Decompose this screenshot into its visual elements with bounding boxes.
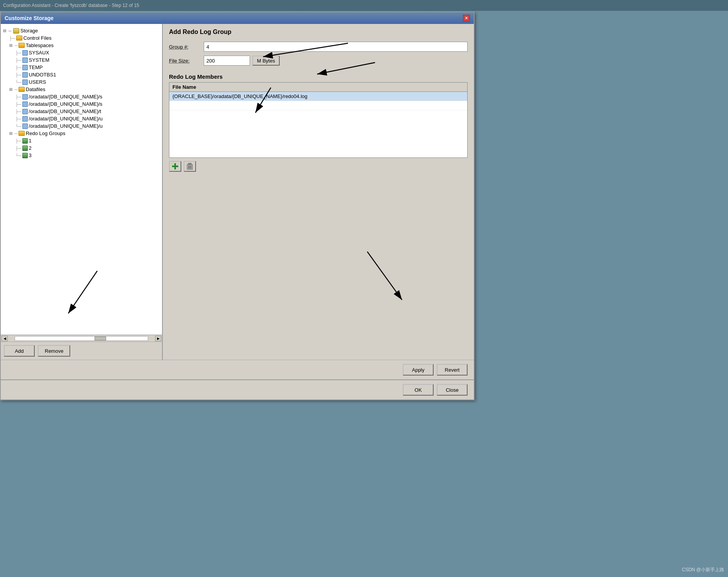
df2-label: /oradata/{DB_UNIQUE_NAME}/s: [29, 101, 103, 107]
left-panel: ⊟ ─ Storage ├─ Control Files ⊟ ─ Tablesp…: [1, 24, 163, 360]
tree-dash: ─: [8, 29, 12, 33]
tree-item-system[interactable]: ├─ SYSTEM: [2, 56, 160, 64]
tree-item-users[interactable]: └─ USERS: [2, 78, 160, 86]
watermark: CSDN @小新手上路: [682, 567, 724, 573]
connector-users: └─: [15, 80, 22, 85]
tree-item-temp[interactable]: ├─ TEMP: [2, 64, 160, 71]
rlg3-label: 3: [29, 152, 32, 158]
title-bar-text: Configuration Assistant - Create 'fyszcd…: [3, 3, 139, 8]
rlg2-icon: [22, 146, 28, 151]
storage-label: Storage: [20, 28, 38, 34]
control-files-label: Control Files: [24, 35, 52, 41]
df2-icon: [22, 102, 28, 107]
svg-rect-4: [188, 163, 191, 164]
revert-button[interactable]: Revert: [437, 364, 468, 376]
expand-redo: ⊟: [9, 131, 15, 135]
undotbs1-label: UNDOTBS1: [29, 72, 56, 78]
df5-label: /oradata/{DB_UNIQUE_NAME}/u: [29, 123, 103, 129]
connector-temp: ├─: [15, 65, 22, 70]
connector-sysaux: ├─: [15, 51, 22, 55]
member-row-0[interactable]: {ORACLE_BASE}/oradata/{DB_UNIQUE_NAME}/r…: [169, 92, 467, 101]
connector-ts: ─: [15, 43, 18, 48]
dialog-close-button[interactable]: ×: [463, 15, 470, 22]
connector-df2: ├─: [15, 102, 22, 107]
tree-item-df5[interactable]: └─ /oradata/{DB_UNIQUE_NAME}/u: [2, 122, 160, 130]
tree-item-rlg1[interactable]: ├─ 1: [2, 137, 160, 144]
tree-scrollbar[interactable]: ◀ ▶: [1, 335, 162, 342]
group-row: Group #:: [169, 42, 468, 52]
connector-df4: ├─: [15, 117, 22, 121]
tree-item-df2[interactable]: ├─ /oradata/{DB_UNIQUE_NAME}/s: [2, 100, 160, 108]
storage-icon: [13, 28, 19, 34]
dialog-title: Customize Storage: [5, 15, 54, 21]
tree-item-undotbs1[interactable]: ├─ UNDOTBS1: [2, 71, 160, 78]
connector-df: ─: [15, 87, 18, 92]
tree-item-rlg2[interactable]: ├─ 2: [2, 144, 160, 152]
redo-members-title: Redo Log Members: [169, 73, 468, 80]
connector-df1: ├─: [15, 95, 22, 99]
title-bar: Configuration Assistant - Create 'fyszcd…: [0, 0, 728, 11]
tree-item-control-files[interactable]: ├─ Control Files: [2, 34, 160, 42]
system-label: SYSTEM: [29, 57, 49, 63]
control-files-icon: [16, 36, 22, 41]
rlg3-icon: [22, 153, 28, 158]
tree-item-df1[interactable]: ├─ /oradata/{DB_UNIQUE_NAME}/s: [2, 93, 160, 100]
file-size-input[interactable]: [204, 56, 250, 66]
df5-icon: [22, 124, 28, 129]
redo-groups-label: Redo Log Groups: [26, 130, 66, 136]
add-button[interactable]: Add: [4, 345, 35, 357]
tree-item-df4[interactable]: ├─ /oradata/{DB_UNIQUE_NAME}/u: [2, 115, 160, 122]
apply-button[interactable]: Apply: [403, 364, 434, 376]
tree-item-rlg3[interactable]: └─ 3: [2, 152, 160, 159]
connector-undotbs1: ├─: [15, 73, 22, 77]
tree-item-tablespaces[interactable]: ⊟ ─ Tablespaces: [2, 42, 160, 49]
temp-label: TEMP: [29, 64, 43, 70]
scrollbar-track[interactable]: [15, 336, 148, 341]
temp-icon: [22, 65, 28, 70]
ok-button[interactable]: OK: [403, 384, 434, 396]
file-name-header: File Name: [169, 83, 467, 92]
redo-members-section: Redo Log Members File Name {ORACLE_BASE}…: [169, 73, 468, 172]
close-button[interactable]: Close: [437, 384, 468, 396]
tree-item-datafiles[interactable]: ⊟ ─ Datafiles: [2, 86, 160, 93]
connector-system: ├─: [15, 58, 22, 63]
add-member-button[interactable]: [169, 161, 181, 172]
dialog-body: ⊟ ─ Storage ├─ Control Files ⊟ ─ Tablesp…: [1, 24, 474, 360]
member-row-1[interactable]: [169, 101, 467, 110]
tree-item-df3[interactable]: ├─ /oradata/{DB_UNIQUE_NAME}/t: [2, 108, 160, 115]
svg-rect-2: [171, 162, 174, 166]
df1-icon: [22, 94, 28, 100]
tree-area: ⊟ ─ Storage ├─ Control Files ⊟ ─ Tablesp…: [1, 24, 162, 335]
expand-tablespaces: ⊟: [9, 43, 15, 47]
left-panel-buttons: Add Remove: [1, 342, 162, 360]
group-input[interactable]: [204, 42, 468, 52]
system-icon: [22, 58, 28, 63]
df3-icon: [22, 109, 28, 114]
connector-rlg2: ├─: [15, 146, 22, 151]
rlg1-label: 1: [29, 138, 32, 144]
tree-item-storage[interactable]: ⊟ ─ Storage: [2, 27, 160, 34]
expand-storage: ⊟: [3, 29, 8, 33]
delete-member-button[interactable]: [184, 161, 196, 172]
df4-label: /oradata/{DB_UNIQUE_NAME}/u: [29, 116, 103, 122]
datafiles-label: Datafiles: [26, 86, 46, 92]
sysaux-icon: [22, 50, 28, 56]
scrollbar-right-arrow[interactable]: ▶: [155, 336, 161, 341]
members-actions: [169, 161, 468, 172]
sysaux-label: SYSAUX: [29, 50, 49, 56]
remove-button[interactable]: Remove: [38, 345, 70, 357]
tree-item-sysaux[interactable]: ├─ SYSAUX: [2, 49, 160, 56]
section-title: Add Redo Log Group: [169, 29, 468, 37]
expand-datafiles: ⊟: [9, 87, 15, 91]
tablespaces-label: Tablespaces: [26, 42, 54, 48]
scrollbar-left-arrow[interactable]: ◀: [2, 336, 8, 341]
df3-label: /oradata/{DB_UNIQUE_NAME}/t: [29, 108, 101, 114]
members-table-body[interactable]: {ORACLE_BASE}/oradata/{DB_UNIQUE_NAME}/r…: [169, 92, 467, 157]
users-label: USERS: [29, 79, 46, 85]
dialog-footer: OK Close: [1, 379, 474, 399]
tree-item-redo-log-groups[interactable]: ⊟ ─ Redo Log Groups: [2, 130, 160, 137]
customize-storage-dialog: Customize Storage × ⊟ ─ Storage ├─ Contr…: [0, 12, 475, 400]
unit-button[interactable]: M Bytes: [252, 56, 280, 66]
delete-member-icon: [186, 162, 194, 170]
scrollbar-thumb[interactable]: [95, 337, 106, 340]
